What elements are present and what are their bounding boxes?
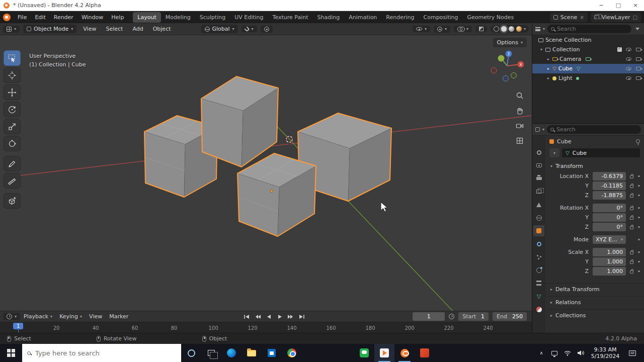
unlink-scene-icon[interactable]: × (580, 15, 584, 20)
menu-select[interactable]: Select (103, 24, 126, 34)
hide-in-viewport-icon[interactable] (626, 57, 631, 61)
expand-icon[interactable]: ▸ (546, 57, 550, 61)
rotation-x-field[interactable]: 0° (593, 204, 626, 212)
cube-tall[interactable] (201, 76, 278, 167)
chat-app-button[interactable] (354, 344, 374, 362)
scene-selector[interactable]: Scene × (550, 13, 588, 22)
new-viewlayer-icon[interactable]: □ (633, 15, 637, 20)
menu-add[interactable]: Add (129, 24, 146, 34)
transform-section-header[interactable]: ▾ Transform (545, 160, 644, 171)
play-reverse-button[interactable] (264, 312, 274, 321)
action-center-button[interactable] (623, 350, 641, 356)
axis-negz-ball[interactable] (503, 76, 509, 81)
jump-to-end-button[interactable] (297, 312, 307, 321)
timeline-ruler[interactable]: 1 20 40 60 80 100 120 140 160 180 200 22… (0, 322, 532, 333)
minimize-button[interactable]: − (593, 0, 610, 11)
object-visibility-dropdown[interactable]: ▾ (413, 26, 430, 32)
properties-search[interactable] (547, 125, 641, 134)
tab-object[interactable] (533, 225, 544, 236)
menu-edit[interactable]: Edit (31, 12, 49, 23)
lock-icon[interactable] (630, 185, 633, 188)
tab-scene[interactable] (533, 199, 544, 210)
menu-object[interactable]: Object (150, 24, 174, 34)
scale-z-field[interactable]: 1.000 (593, 267, 626, 276)
tab-output[interactable] (533, 173, 544, 184)
zoom-button[interactable] (514, 89, 526, 102)
taskbar-clock[interactable]: 9:33 AM 5/19/2024 (587, 346, 623, 359)
location-x-field[interactable]: -0.6379 (593, 172, 626, 180)
chrome-button[interactable] (282, 344, 302, 362)
tab-constraints[interactable] (533, 278, 544, 289)
disable-in-render-icon[interactable] (636, 67, 641, 70)
viewport-canvas[interactable] (0, 35, 532, 311)
editor-type-selector[interactable]: ▾ (3, 26, 20, 33)
outliner-row-light[interactable]: ▸ Light (532, 73, 644, 83)
disable-in-render-icon[interactable] (636, 48, 641, 51)
playhead-marker[interactable]: 1 (13, 323, 23, 329)
pan-button[interactable] (514, 105, 526, 117)
use-preview-range-icon[interactable] (449, 314, 454, 319)
tab-modifiers[interactable] (533, 238, 544, 249)
jump-to-start-button[interactable] (242, 312, 252, 321)
outliner-search-input[interactable] (557, 26, 628, 32)
tab-rendering[interactable]: Rendering (381, 12, 419, 23)
menu-view[interactable]: View (80, 24, 99, 34)
transform-tool[interactable] (4, 136, 21, 151)
store-button[interactable] (262, 344, 282, 362)
viewlayer-selector[interactable]: ViewLayer □ (591, 13, 641, 22)
frame-start-field[interactable]: Start1 (458, 312, 489, 321)
tab-animation[interactable]: Animation (344, 12, 381, 23)
transform-orientation-selector[interactable]: Global ▾ (201, 25, 238, 33)
network-tray-button[interactable] (561, 344, 574, 362)
tab-material[interactable] (533, 304, 544, 315)
location-y-field[interactable]: -0.1185 (593, 182, 626, 190)
outliner-row-camera[interactable]: ▸ Camera (532, 54, 644, 64)
menu-help[interactable]: Help (107, 12, 128, 23)
snap-toggle[interactable]: ▾ (242, 26, 257, 32)
play-button[interactable] (275, 312, 285, 321)
axis-negx-ball[interactable] (491, 68, 497, 73)
volume-tray-button[interactable] (574, 344, 587, 362)
lock-icon[interactable] (630, 195, 633, 198)
proportional-edit-toggle[interactable] (261, 26, 273, 33)
axis-y-ball[interactable] (498, 55, 505, 62)
tab-layout[interactable]: Layout (133, 12, 160, 23)
mode-selector[interactable]: Object Mode ▾ (23, 25, 76, 33)
file-explorer-button[interactable] (242, 344, 262, 362)
animate-dot[interactable] (638, 207, 640, 209)
current-frame-field[interactable]: 1 (413, 312, 445, 321)
wireframe-shading-button[interactable] (494, 26, 499, 32)
animate-dot[interactable] (638, 195, 640, 197)
animate-dot[interactable] (638, 261, 640, 263)
location-z-field[interactable]: -1.8875 (593, 191, 626, 200)
start-button[interactable] (0, 344, 22, 362)
prev-keyframe-button[interactable] (253, 312, 263, 321)
cortana-button[interactable] (181, 344, 201, 362)
rotation-y-field[interactable]: 0° (593, 213, 626, 222)
scale-tool[interactable] (4, 119, 21, 134)
navigation-gizmo[interactable]: X Z (491, 49, 524, 82)
options-dropdown[interactable]: Options ▾ (493, 38, 527, 47)
tab-compositing[interactable]: Compositing (419, 12, 463, 23)
animate-dot[interactable] (638, 175, 640, 177)
camera-view-button[interactable] (514, 120, 526, 132)
tab-object-data[interactable]: ▽ (533, 291, 544, 302)
lock-icon[interactable] (630, 251, 633, 254)
rotate-tool[interactable] (4, 102, 21, 117)
animate-dot[interactable] (638, 226, 640, 228)
media-app-button[interactable] (374, 344, 394, 362)
relations-section[interactable]: ▸ Relations (545, 296, 644, 308)
lock-icon[interactable] (630, 217, 633, 220)
toggle-ortho-button[interactable] (514, 135, 526, 147)
lock-icon[interactable] (630, 226, 633, 229)
animate-dot[interactable] (638, 185, 640, 187)
edge-button[interactable] (221, 344, 242, 362)
add-cube-tool[interactable] (4, 193, 21, 209)
red-app-button[interactable] (415, 344, 435, 362)
gizmos-dropdown[interactable]: ▾ (434, 26, 450, 33)
select-box-tool[interactable] (4, 50, 21, 66)
filter-icon[interactable] (635, 28, 639, 30)
cube-front[interactable] (237, 153, 316, 236)
tab-view-layer[interactable] (533, 186, 544, 197)
tab-modeling[interactable]: Modeling (161, 12, 195, 23)
